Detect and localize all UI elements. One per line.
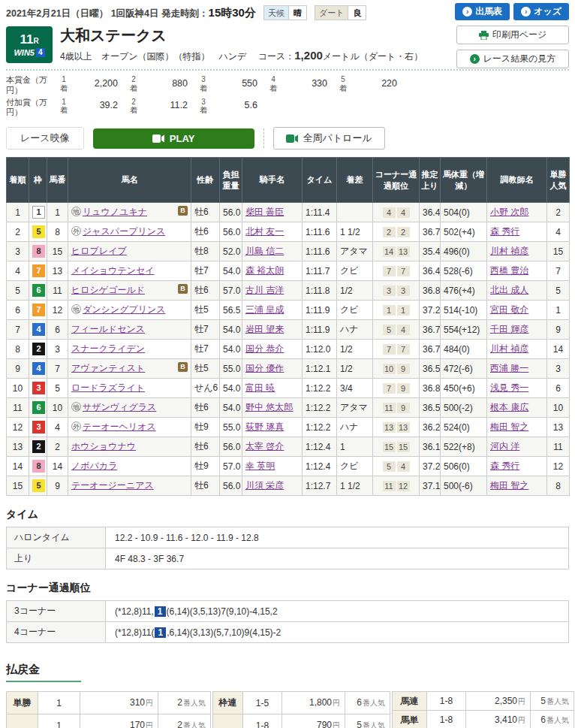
race-video-button[interactable]: レース映像	[6, 127, 84, 150]
print-page-button[interactable]: 印刷用ページ	[456, 26, 569, 44]
horse-weight: 476(+4)	[441, 281, 487, 301]
jockey-cell: 岩田 望来	[242, 320, 303, 340]
trainer-link[interactable]: 西浦 勝一	[490, 363, 528, 373]
jockey-link[interactable]: 北村 友一	[245, 226, 284, 237]
horse-name-link[interactable]: リュウノユキナ	[83, 207, 147, 217]
margin: 3/4	[337, 379, 373, 398]
frame-cell: 7	[29, 261, 47, 281]
trainer-link[interactable]: 浅見 秀一	[490, 382, 528, 393]
trainer-link[interactable]: 梅田 智之	[490, 421, 528, 432]
track-condition-value: 良	[348, 6, 366, 20]
jockey-link[interactable]: 野中 悠太郎	[245, 402, 293, 412]
added-prize-items: 1着 39.2 2着 11.2 3着 5.6	[60, 98, 269, 115]
jockey-link[interactable]: 岩田 望来	[245, 324, 284, 334]
play-button[interactable]: PLAY	[93, 128, 254, 149]
jockey-link[interactable]: 三浦 皇成	[245, 304, 284, 315]
trainer-link[interactable]: 河内 洋	[490, 441, 519, 452]
last-3f-time: 36.8	[420, 281, 441, 301]
horse-weight: 500(-6)	[441, 476, 487, 496]
jockey-link[interactable]: 国分 優作	[245, 363, 284, 373]
table-row: 4 7 13 メイショウテンセイ 牡7 54.0 森 裕太朗 1:11.7 クビ…	[7, 261, 570, 281]
jockey-link[interactable]: 幸 英明	[245, 461, 275, 471]
frame-cell: 8	[29, 457, 47, 476]
horse-name-link[interactable]: ホウショウナウ	[71, 441, 136, 452]
divider	[263, 128, 264, 148]
jockey-link[interactable]: 富田 暁	[245, 382, 275, 393]
horse-name-link[interactable]: ジャスパープリンス	[83, 226, 165, 237]
trainer-link[interactable]: 森 秀行	[490, 226, 519, 237]
prize-place-suffix: 着	[60, 106, 68, 115]
sex-age: 牡5	[191, 301, 220, 320]
horse-name-link[interactable]: ヒロブレイブ	[71, 246, 127, 256]
horse-name-link[interactable]: テーオーヘリオス	[83, 421, 156, 432]
horse-name-link[interactable]: ロードラズライト	[71, 382, 145, 393]
jockey-link[interactable]: 国分 恭介	[245, 343, 284, 354]
patrol-video-button[interactable]: 全周パトロール	[273, 127, 385, 150]
trainer-link[interactable]: 梅田 智之	[490, 480, 528, 491]
trainer-link[interactable]: 森 秀行	[490, 461, 519, 471]
trainer-link[interactable]: 宮田 敬介	[490, 304, 528, 315]
col-finish: 着順	[7, 158, 29, 203]
prize-place-suffix: 着	[200, 106, 207, 115]
jockey-link[interactable]: 川須 栄彦	[245, 480, 284, 491]
carried-weight: 54.0	[220, 340, 242, 359]
horse-name-link[interactable]: メイショウテンセイ	[71, 265, 155, 276]
col-horse-name: 馬名	[68, 158, 191, 203]
horse-name-link[interactable]: テーオージーニアス	[71, 480, 154, 491]
main-prize-items: 1着 2,200 2着 880 3着 550 4着	[60, 75, 409, 92]
trainer-link[interactable]: 根本 康広	[490, 402, 528, 412]
jockey-link[interactable]: 太宰 啓介	[245, 441, 284, 452]
last-3f-time: 36.5	[420, 359, 441, 379]
horse-name-link[interactable]: ダンシングプリンス	[83, 304, 166, 315]
corner4-position: 15	[397, 442, 410, 452]
horse-number: 10	[47, 398, 68, 418]
last-3f-time: 37.1	[420, 476, 441, 496]
trainer-link[interactable]: 川村 禎彦	[490, 246, 528, 256]
prize-place-number: 3	[201, 75, 206, 84]
race-result-page: 2021年2月21日（日曜） 1回阪神4日 発走時刻：15時30分 天候 晴 ダ…	[0, 0, 575, 728]
result-guide-button[interactable]: › レース結果の見方	[456, 50, 569, 68]
horse-weight: 502(+4)	[441, 222, 487, 242]
corner-positions: 77	[373, 261, 420, 281]
horse-name-link[interactable]: アヴァンティスト	[71, 363, 145, 373]
jockey-link[interactable]: 森 裕太朗	[245, 265, 284, 276]
horse-name-link[interactable]: ノボバカラ	[71, 461, 117, 471]
payout-tables: 単勝1310円2番人気複勝1170円2番人気8310円4番人気153,540円1…	[6, 691, 569, 728]
payout-row: ワイド1-8790円5番人気	[213, 714, 390, 728]
trainer-cell: 梅田 智之	[487, 418, 547, 437]
trainer-link[interactable]: 北出 成人	[490, 285, 528, 295]
carried-weight: 54.0	[220, 261, 242, 281]
weather-badge: 天候 晴	[263, 5, 307, 20]
prize-place-suffix: 着	[269, 84, 277, 93]
last-up-value: 4F 48.3 - 3F 36.7	[106, 548, 569, 569]
bet-type: ワイド	[213, 714, 243, 728]
entries-button[interactable]: › 出馬表	[455, 3, 510, 20]
horse-name-link[interactable]: スナークライデン	[71, 343, 145, 354]
frame-cell: 3	[29, 379, 47, 398]
corner3-label: 3コーナー	[7, 601, 106, 622]
jockey-cell: 荻野 琢真	[242, 418, 303, 437]
corner-positions: 109	[373, 359, 420, 379]
jockey-link[interactable]: 荻野 琢真	[245, 421, 284, 432]
horse-name-link[interactable]: ヒロシゲゴールド	[71, 285, 145, 295]
horse-name-cell: テーオージーニアス	[68, 476, 191, 496]
jockey-link[interactable]: 川島 信二	[245, 246, 284, 256]
odds-button[interactable]: › オッズ	[513, 3, 569, 20]
trainer-link[interactable]: 千田 輝彦	[490, 324, 528, 334]
weather-label: 天候	[264, 6, 288, 20]
horse-name-link[interactable]: サザンヴィグラス	[83, 402, 156, 412]
sex-age: 牡5	[191, 359, 220, 379]
table-row: 2 5 8 外ジャスパープリンス 牡6 56.0 北村 友一 1:11.6 1 …	[7, 222, 570, 242]
jockey-link[interactable]: 古川 吉洋	[245, 285, 284, 295]
corner-positions: 77	[373, 340, 420, 359]
trainer-link[interactable]: 小野 次郎	[490, 207, 528, 217]
horse-name-link[interactable]: フィールドセンス	[71, 324, 145, 334]
prize-item: 2着 880	[130, 75, 200, 92]
trainer-link[interactable]: 川村 禎彦	[490, 343, 528, 354]
margin: 1 1/2	[337, 222, 373, 242]
weather-value: 晴	[288, 6, 306, 20]
jockey-link[interactable]: 柴田 善臣	[245, 207, 284, 217]
chevron-circle-icon: ›	[462, 7, 472, 17]
trainer-link[interactable]: 西橋 豊治	[490, 265, 528, 276]
table-row: 12 3 4 外テーオーヘリオス 牡9 55.0 荻野 琢真 1:12.2 ハナ…	[7, 418, 570, 437]
